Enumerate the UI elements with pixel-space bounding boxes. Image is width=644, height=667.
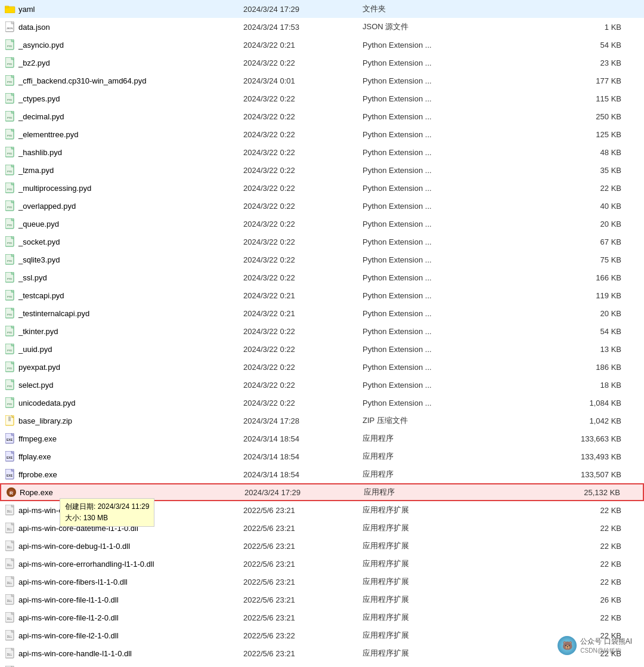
table-row[interactable]: PYD _ssl.pyd2024/3/22 0:22Python Extensi… xyxy=(0,268,644,286)
file-name-col: DLL api-ms-win-core-fibers-l1-1-0.dll xyxy=(5,576,243,587)
table-row[interactable]: DLL api-ms-win-core-datetime-l1-1-0.dll2… xyxy=(0,519,644,537)
file-type: 应用程序扩展 xyxy=(363,576,494,587)
file-date: 2024/3/22 0:21 xyxy=(243,291,363,300)
table-row[interactable]: PYD _bz2.pyd2024/3/22 0:22Python Extensi… xyxy=(0,54,644,72)
svg-text:R: R xyxy=(10,490,13,496)
file-name-col: PYD pyexpat.pyd xyxy=(5,362,243,372)
file-size: 22 KB xyxy=(494,578,639,586)
file-type: Python Extension ... xyxy=(363,166,494,175)
table-row[interactable]: JSON data.json2024/3/24 17:53JSON 源文件1 K… xyxy=(0,18,644,36)
file-name: data.json xyxy=(18,23,50,32)
file-name: _queue.pyd xyxy=(18,220,59,228)
table-row[interactable]: yaml2024/3/24 17:29文件夹 xyxy=(0,0,644,18)
file-date: 2022/5/6 23:21 xyxy=(243,595,363,604)
file-name-col: PYD _socket.pyd xyxy=(5,236,243,247)
svg-text:PYD: PYD xyxy=(7,116,12,119)
table-row[interactable]: PYD _multiprocessing.pyd2024/3/22 0:22Py… xyxy=(0,179,644,197)
svg-text:PYD: PYD xyxy=(7,81,12,84)
exe-icon: EXE xyxy=(5,433,16,444)
dll-icon: DLL xyxy=(5,576,16,587)
file-type: Python Extension ... xyxy=(363,273,494,282)
table-row[interactable]: DLL api-ms-win-core-file-l2-1-0.dll2022/… xyxy=(0,626,644,644)
table-row[interactable]: EXE ffmpeg.exe2024/3/14 18:54应用程序133,663… xyxy=(0,430,644,447)
svg-text:PYD: PYD xyxy=(7,224,12,227)
file-type: 应用程序扩展 xyxy=(363,523,494,533)
svg-text:PYD: PYD xyxy=(7,385,12,388)
table-row[interactable]: PYD _uuid.pyd2024/3/22 0:22Python Extens… xyxy=(0,340,644,358)
file-size: 22 KB xyxy=(494,524,639,533)
watermark-text-block: 公众号 口袋熊AI CSDN@铃狐狗 xyxy=(580,637,632,655)
table-row[interactable]: EXE ffprobe.exe2024/3/14 18:54应用程序133,50… xyxy=(0,465,644,483)
watermark-logo: 🐻 xyxy=(558,636,577,655)
svg-text:PYD: PYD xyxy=(7,170,12,173)
file-name: _asyncio.pyd xyxy=(18,41,64,50)
table-row[interactable]: DLL api-ms-win-core-fibers-l1-1-0.dll202… xyxy=(0,573,644,591)
table-row[interactable]: PYD pyexpat.pyd2024/3/22 0:22Python Exte… xyxy=(0,358,644,376)
file-name-col: PYD _testinternalcapi.pyd xyxy=(5,308,243,319)
table-row[interactable]: PYD _cffi_backend.cp310-win_amd64.pyd202… xyxy=(0,72,644,89)
table-row[interactable]: DLL api-ms-win-core-console-l1-1-0.dll20… xyxy=(0,501,644,519)
table-row[interactable]: PYD _hashlib.pyd2024/3/22 0:22Python Ext… xyxy=(0,143,644,161)
file-size: 133,493 KB xyxy=(494,452,639,461)
svg-text:PYD: PYD xyxy=(7,152,12,155)
table-row[interactable]: DLL api-ms-win-core-errorhandling-l1-1-0… xyxy=(0,555,644,573)
table-row[interactable]: DLL api-ms-win-core-heap-l1-1-0.dll2022/… xyxy=(0,662,644,667)
table-row[interactable]: DLL api-ms-win-core-file-l1-1-0.dll2022/… xyxy=(0,591,644,609)
table-row[interactable]: PYD _ctypes.pyd2024/3/22 0:22Python Exte… xyxy=(0,89,644,107)
file-name: api-ms-win-core-handle-l1-1-0.dll xyxy=(18,649,132,658)
file-size: 1,084 KB xyxy=(494,399,639,407)
file-type: 应用程序扩展 xyxy=(363,505,494,515)
table-row[interactable]: R Rope.exe2024/3/24 17:29应用程序25,132 KB xyxy=(0,483,644,501)
file-date: 2024/3/14 18:54 xyxy=(243,470,363,479)
file-size: 119 KB xyxy=(494,291,639,300)
svg-text:EXE: EXE xyxy=(7,438,13,441)
file-name: api-ms-win-core-console-l1-1-0.dll xyxy=(18,506,135,515)
table-row[interactable]: EXE ffplay.exe2024/3/14 18:54应用程序133,493… xyxy=(0,447,644,465)
table-row[interactable]: DLL api-ms-win-core-file-l1-2-0.dll2022/… xyxy=(0,609,644,626)
file-date: 2022/5/6 23:21 xyxy=(243,506,363,515)
file-name-col: DLL api-ms-win-core-file-l1-2-0.dll xyxy=(5,612,243,623)
table-row[interactable]: DLL api-ms-win-core-debug-l1-1-0.dll2022… xyxy=(0,537,644,555)
file-name: api-ms-win-core-errorhandling-l1-1-0.dll xyxy=(18,560,154,569)
file-type: Python Extension ... xyxy=(363,58,494,67)
file-name-col: PYD unicodedata.pyd xyxy=(5,397,243,408)
table-row[interactable]: DLL api-ms-win-core-handle-l1-1-0.dll202… xyxy=(0,644,644,662)
svg-text:PYD: PYD xyxy=(7,242,12,245)
file-size: 1,042 KB xyxy=(494,416,639,425)
table-row[interactable]: PYD _queue.pyd2024/3/22 0:22Python Exten… xyxy=(0,215,644,233)
file-name-col: PYD _queue.pyd xyxy=(5,218,243,229)
file-date: 2024/3/22 0:22 xyxy=(243,184,363,193)
table-row[interactable]: PYD _asyncio.pyd2024/3/22 0:21Python Ext… xyxy=(0,36,644,54)
file-size: 22 KB xyxy=(494,184,639,193)
table-row[interactable]: PYD _elementtree.pyd2024/3/22 0:22Python… xyxy=(0,125,644,143)
table-row[interactable]: base_library.zip2024/3/24 17:28ZIP 压缩文件1… xyxy=(0,412,644,430)
table-row[interactable]: PYD _overlapped.pyd2024/3/22 0:22Python … xyxy=(0,197,644,215)
table-row[interactable]: PYD _sqlite3.pyd2024/3/22 0:22Python Ext… xyxy=(0,251,644,268)
table-row[interactable]: PYD _testcapi.pyd2024/3/22 0:21Python Ex… xyxy=(0,286,644,304)
file-type: 应用程序扩展 xyxy=(363,630,494,641)
file-size: 166 KB xyxy=(494,273,639,282)
file-name: api-ms-win-core-debug-l1-1-0.dll xyxy=(18,542,130,551)
table-row[interactable]: PYD _testinternalcapi.pyd2024/3/22 0:21P… xyxy=(0,304,644,322)
file-size: 18 KB xyxy=(494,381,639,390)
table-row[interactable]: PYD _socket.pyd2024/3/22 0:22Python Exte… xyxy=(0,233,644,251)
file-name-col: base_library.zip xyxy=(5,415,243,426)
file-name: _sqlite3.pyd xyxy=(18,255,60,264)
table-row[interactable]: PYD _decimal.pyd2024/3/22 0:22Python Ext… xyxy=(0,107,644,125)
file-name: _ctypes.pyd xyxy=(18,94,60,103)
table-row[interactable]: PYD _tkinter.pyd2024/3/22 0:22Python Ext… xyxy=(0,322,644,340)
file-size: 20 KB xyxy=(494,220,639,228)
file-date: 2022/5/6 23:21 xyxy=(243,578,363,586)
table-row[interactable]: PYD select.pyd2024/3/22 0:22Python Exten… xyxy=(0,376,644,394)
pyd-icon: PYD xyxy=(5,236,16,247)
file-type: 应用程序扩展 xyxy=(363,541,494,551)
svg-text:PYD: PYD xyxy=(7,331,12,334)
file-name-col: EXE ffplay.exe xyxy=(5,451,243,462)
file-name: _decimal.pyd xyxy=(18,112,64,121)
exe-icon: EXE xyxy=(5,451,16,462)
table-row[interactable]: PYD _lzma.pyd2024/3/22 0:22Python Extens… xyxy=(0,161,644,179)
file-size: 48 KB xyxy=(494,148,639,157)
file-name-col: JSON data.json xyxy=(5,21,243,32)
file-date: 2024/3/22 0:22 xyxy=(243,255,363,264)
table-row[interactable]: PYD unicodedata.pyd2024/3/22 0:22Python … xyxy=(0,394,644,412)
